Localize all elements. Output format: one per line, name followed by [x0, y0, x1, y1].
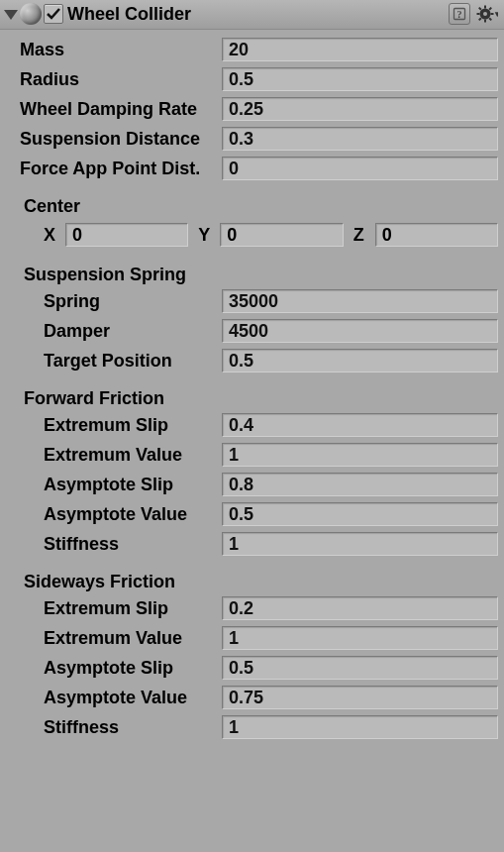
damper-label: Damper	[6, 321, 222, 342]
component-title: Wheel Collider	[67, 4, 447, 25]
help-icon[interactable]: ?	[449, 3, 470, 25]
center-y-label: Y	[198, 225, 220, 246]
forward-friction-header: Forward Friction	[6, 376, 498, 411]
svg-text:▾: ▾	[494, 9, 499, 19]
foldout-toggle-icon[interactable]	[4, 10, 18, 20]
side-extremum-value-field[interactable]: 1	[222, 626, 498, 650]
suspension-spring-header: Suspension Spring	[6, 253, 498, 287]
svg-rect-4	[484, 6, 486, 9]
mass-label: Mass	[6, 40, 222, 60]
center-x-field[interactable]: 0	[65, 223, 188, 247]
damper-field[interactable]: 4500	[222, 319, 498, 343]
fwd-extremum-slip-field[interactable]: 0.4	[222, 413, 498, 437]
svg-rect-8	[478, 7, 482, 11]
component-body: Mass 20 Radius 0.5 Wheel Damping Rate 0.…	[0, 30, 504, 757]
fwd-asymptote-value-label: Asymptote Value	[6, 504, 222, 525]
side-asymptote-slip-label: Asymptote Slip	[6, 658, 222, 679]
side-asymptote-value-label: Asymptote Value	[6, 688, 222, 708]
target-position-field[interactable]: 0.5	[222, 349, 498, 373]
svg-point-3	[483, 12, 487, 16]
wheel-damping-rate-field[interactable]: 0.25	[222, 97, 498, 121]
svg-rect-6	[477, 13, 480, 15]
side-extremum-slip-field[interactable]: 0.2	[222, 596, 498, 620]
center-vector-row: X 0 Y 0 Z 0	[6, 221, 498, 249]
side-stiffness-label: Stiffness	[6, 717, 222, 738]
sideways-friction-header: Sideways Friction	[6, 560, 498, 594]
center-z-label: Z	[353, 225, 375, 246]
center-x-label: X	[44, 225, 65, 246]
fwd-extremum-value-label: Extremum Value	[6, 445, 222, 466]
component-enabled-checkbox[interactable]	[44, 4, 63, 24]
component-icon	[20, 3, 42, 25]
spring-field[interactable]: 35000	[222, 289, 498, 313]
svg-text:?: ?	[457, 9, 462, 20]
svg-rect-5	[484, 20, 486, 23]
side-asymptote-value-field[interactable]: 0.75	[222, 686, 498, 709]
svg-rect-7	[491, 13, 494, 15]
radius-field[interactable]: 0.5	[222, 67, 498, 91]
center-z-field[interactable]: 0	[375, 223, 498, 247]
fwd-stiffness-label: Stiffness	[6, 534, 222, 555]
fwd-asymptote-slip-label: Asymptote Slip	[6, 475, 222, 495]
component-header: Wheel Collider ?	[0, 0, 504, 30]
fwd-extremum-slip-label: Extremum Slip	[6, 415, 222, 436]
mass-field[interactable]: 20	[222, 38, 498, 61]
fwd-extremum-value-field[interactable]: 1	[222, 443, 498, 467]
radius-label: Radius	[6, 69, 222, 90]
force-app-point-distance-field[interactable]: 0	[222, 157, 498, 180]
inspector-panel: Wheel Collider ?	[0, 0, 504, 767]
wheel-damping-rate-label: Wheel Damping Rate	[6, 99, 222, 120]
target-position-label: Target Position	[6, 351, 222, 372]
side-asymptote-slip-field[interactable]: 0.5	[222, 656, 498, 680]
center-header: Center	[6, 184, 498, 219]
side-extremum-value-label: Extremum Value	[6, 628, 222, 649]
fwd-asymptote-slip-field[interactable]: 0.8	[222, 473, 498, 496]
svg-rect-9	[488, 18, 492, 22]
fwd-asymptote-value-field[interactable]: 0.5	[222, 502, 498, 526]
suspension-distance-label: Suspension Distance	[6, 129, 222, 150]
center-y-field[interactable]: 0	[220, 223, 343, 247]
svg-rect-10	[488, 7, 492, 11]
side-stiffness-field[interactable]: 1	[222, 715, 498, 739]
force-app-point-distance-label: Force App Point Dist.	[6, 159, 222, 179]
svg-rect-11	[478, 18, 482, 22]
side-extremum-slip-label: Extremum Slip	[6, 598, 222, 619]
suspension-distance-field[interactable]: 0.3	[222, 127, 498, 151]
fwd-stiffness-field[interactable]: 1	[222, 532, 498, 556]
context-menu-gear-icon[interactable]: ▾	[476, 3, 498, 25]
spring-label: Spring	[6, 291, 222, 312]
